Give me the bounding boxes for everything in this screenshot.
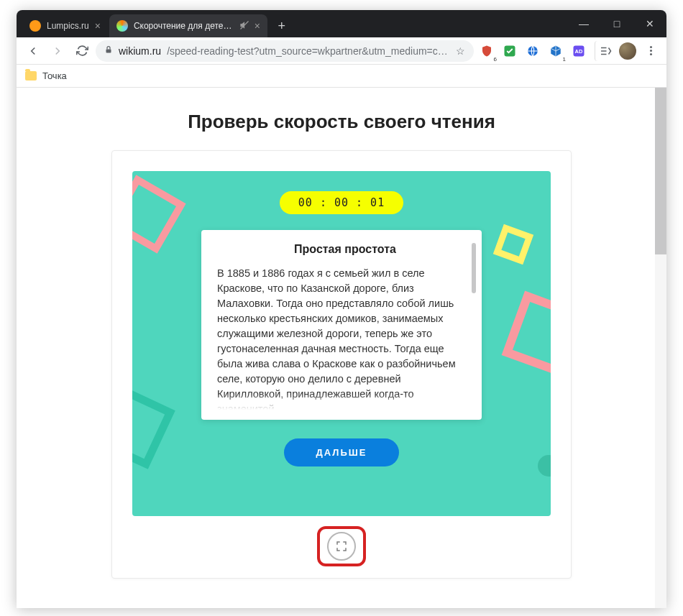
svg-text:AD: AD (575, 48, 583, 55)
url-domain: wikium.ru (119, 45, 161, 57)
window-controls: — □ ✕ (567, 10, 666, 37)
page-content: Проверь скорость своего чтения 00 : 00 :… (17, 88, 666, 579)
toolbar: wikium.ru/speed-reading-test?utm_source=… (17, 37, 666, 65)
address-bar[interactable]: wikium.ru/speed-reading-test?utm_source=… (96, 40, 474, 62)
lock-icon (104, 45, 113, 57)
fullscreen-wrap (132, 526, 551, 566)
ext-cube-icon[interactable]: 1 (546, 41, 566, 61)
new-tab-button[interactable]: + (272, 16, 292, 36)
favicon-lumpics (29, 20, 41, 32)
tab-strip: Lumpics.ru × Скорочтение для детей и в… … (17, 10, 666, 37)
ext-badge: 6 (492, 56, 498, 63)
browser-window: Lumpics.ru × Скорочтение для детей и в… … (17, 10, 666, 608)
ext-shield-icon[interactable]: 6 (477, 41, 497, 61)
reading-list-icon[interactable] (595, 41, 615, 61)
close-window-button[interactable]: ✕ (633, 10, 666, 37)
ext-globe-icon[interactable] (523, 41, 543, 61)
viewport: Проверь скорость своего чтения 00 : 00 :… (17, 88, 666, 608)
maximize-button[interactable]: □ (600, 10, 633, 37)
bookmarks-bar: Точка (17, 65, 666, 88)
tab-label: Скорочтение для детей и в… (134, 21, 234, 31)
svg-rect-1 (106, 50, 111, 53)
favicon-wikium (116, 20, 128, 32)
back-button[interactable] (22, 40, 44, 62)
decor-square-pink (132, 175, 186, 253)
decor-square-green (132, 383, 175, 469)
bookmark-star-icon[interactable]: ☆ (456, 45, 465, 57)
reading-heading: Простая простота (217, 243, 473, 256)
page-title: Проверь скорость своего чтения (45, 111, 638, 133)
tab-label: Lumpics.ru (47, 21, 89, 31)
next-button[interactable]: ДАЛЬШЕ (284, 438, 398, 466)
ext-ad-icon[interactable]: AD (569, 41, 589, 61)
close-icon[interactable]: × (255, 20, 260, 32)
decor-square-pink-2 (502, 291, 551, 379)
reading-body[interactable]: В 1885 и 1886 годах я с семьей жил в сел… (217, 266, 473, 410)
highlight-callout (317, 526, 366, 566)
fullscreen-button[interactable] (327, 532, 356, 561)
ext-badge: 1 (561, 56, 567, 63)
reading-text-card: Простая простота В 1885 и 1886 годах я с… (201, 230, 482, 420)
test-card: 00 : 00 : 01 Простая простота В 1885 и 1… (111, 150, 572, 579)
profile-avatar[interactable] (618, 41, 638, 61)
forward-button (47, 40, 68, 62)
minimize-button[interactable]: — (567, 10, 600, 37)
scrollbar-thumb[interactable] (655, 88, 666, 254)
tab-lumpics[interactable]: Lumpics.ru × (22, 14, 108, 37)
url-path: /speed-reading-test?utm_source=wkpartner… (167, 45, 450, 57)
bookmark-item[interactable]: Точка (42, 70, 67, 81)
reload-button[interactable] (71, 40, 93, 62)
ext-check-icon[interactable] (500, 41, 520, 61)
decor-square-yellow (493, 224, 533, 265)
close-icon[interactable]: × (95, 20, 101, 32)
tab-wikium[interactable]: Скорочтение для детей и в… × (109, 14, 267, 37)
reading-stage: 00 : 00 : 01 Простая простота В 1885 и 1… (132, 171, 551, 516)
decor-circle (538, 455, 551, 477)
folder-icon (25, 71, 37, 81)
mute-icon[interactable] (240, 20, 249, 32)
timer-badge: 00 : 00 : 01 (280, 191, 403, 214)
menu-button[interactable] (641, 41, 661, 61)
